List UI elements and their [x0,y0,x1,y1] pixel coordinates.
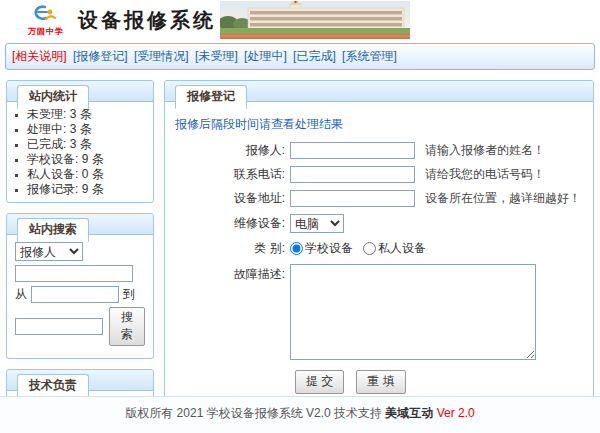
description-textarea[interactable] [290,264,536,360]
main-area: 报修登记 报修后隔段时间请查看处理结果 报修人: 请输入报修者的姓名！ 联系电话… [164,80,594,407]
header: 万固中学 设备报修系统 [0,0,600,40]
radio-school-device[interactable] [290,242,303,255]
footer: 版权所有 2021 学校设备报修系统 V2.0 技术支持 美域互动 Ver 2.… [0,396,600,433]
device-select[interactable]: 电脑 [290,214,344,233]
search-button[interactable]: 搜索 [109,307,145,346]
search-to-input[interactable] [15,318,103,335]
list-item: 报修记录: 9 条 [27,183,149,196]
main-nav: [相关说明] [报修登记] [受理情况] [未受理] [处理中] [已完成] [… [5,43,595,70]
search-panel: 站内搜索 报修人 从 到 [6,213,154,359]
phone-label: 联系电话: [165,166,290,183]
nav-link-system-admin[interactable]: [系统管理] [342,49,397,63]
stats-panel-header: 站内统计 [7,81,153,102]
radio-private-device-label[interactable]: 私人设备 [378,240,426,257]
school-photo-image [220,1,410,39]
list-item: 已完成: 3 条 [27,138,149,151]
tech-panel-header: 技术负责 [7,370,153,391]
stats-panel: 站内统计 未受理: 3 条 处理中: 3 条 已完成: 3 条 学校设备: 9 … [6,80,154,203]
search-field-select[interactable]: 报修人 [15,242,83,261]
logo: 万固中学 [20,3,72,37]
page-title: 设备报修系统 [78,7,216,34]
footer-version: Ver 2.0 [437,406,475,420]
address-label: 设备地址: [165,190,290,207]
search-keyword-input[interactable] [15,265,133,282]
search-panel-title: 站内搜索 [17,218,89,242]
search-from-input[interactable] [31,286,119,303]
phone-input[interactable] [290,166,415,183]
stats-list: 未受理: 3 条 处理中: 3 条 已完成: 3 条 学校设备: 9 条 私人设… [27,108,149,196]
list-item: 私人设备: 0 条 [27,168,149,181]
radio-school-device-label[interactable]: 学校设备 [305,240,353,257]
list-item: 处理中: 3 条 [27,123,149,136]
search-to-label: 到 [123,286,135,303]
nav-link-instructions[interactable]: [相关说明] [12,49,67,63]
repair-form: 报修人: 请输入报修者的姓名！ 联系电话: 请给我您的电话号码！ 设备地址: 设… [165,142,593,394]
footer-copyright-text: 版权所有 2021 学校设备报修系统 V2.0 技术支持 [125,406,382,420]
nav-link-in-progress[interactable]: [处理中] [244,49,287,63]
phone-hint: 请给我您的电话号码！ [425,166,545,183]
device-label: 维修设备: [165,215,290,232]
tech-panel-title: 技术负责 [17,374,89,398]
category-label: 类 别: [165,240,290,257]
list-item: 未受理: 3 条 [27,108,149,121]
submit-button[interactable]: 提 交 [295,370,344,394]
address-hint: 设备所在位置，越详细越好！ [425,190,581,207]
content: 站内统计 未受理: 3 条 处理中: 3 条 已完成: 3 条 学校设备: 9 … [0,70,600,433]
page: 万固中学 设备报修系统 [0,0,600,433]
footer-brand: 美域互动 [385,406,433,420]
reporter-hint: 请输入报修者的姓名！ [425,142,545,159]
nav-link-acceptance-status[interactable]: [受理情况] [134,49,189,63]
search-form: 报修人 从 到 搜索 [7,235,153,358]
nav-link-unaccepted[interactable]: [未受理] [195,49,238,63]
reset-button[interactable]: 重 填 [356,370,405,394]
logo-caption: 万固中学 [20,26,72,37]
sidebar: 站内统计 未受理: 3 条 处理中: 3 条 已完成: 3 条 学校设备: 9 … [6,80,154,433]
reporter-label: 报修人: [165,142,290,159]
repair-register-panel: 报修登记 报修后隔段时间请查看处理结果 报修人: 请输入报修者的姓名！ 联系电话… [164,80,594,407]
reporter-input[interactable] [290,142,415,159]
nav-link-completed[interactable]: [已完成] [293,49,336,63]
repair-register-header: 报修登记 [165,81,593,102]
logo-icon [31,12,61,26]
stats-panel-title: 站内统计 [17,85,89,109]
list-item: 学校设备: 9 条 [27,153,149,166]
tab-repair-register: 报修登记 [175,85,247,109]
description-label: 故障描述: [165,264,290,283]
radio-private-device[interactable] [363,242,376,255]
search-panel-header: 站内搜索 [7,214,153,235]
search-from-label: 从 [15,286,27,303]
address-input[interactable] [290,190,415,207]
nav-link-repair-register[interactable]: [报修登记] [73,49,128,63]
